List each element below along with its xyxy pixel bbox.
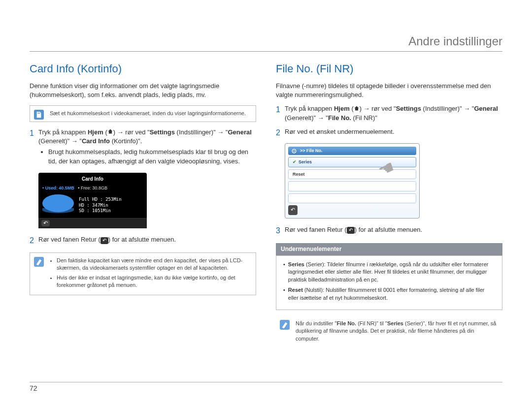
text: (Indstillinger)" → " [421, 105, 474, 112]
step-number: 1 [30, 128, 38, 168]
card-info-intro: Denne funktion viser dig informationer o… [30, 82, 256, 99]
step1-bullet: Brugt hukommelsesplads, ledig hukommelse… [48, 148, 256, 165]
file-no-final-note: Når du indstiller "File No. (Fil NR)" ti… [276, 316, 502, 346]
text-bold: Card Info [82, 137, 110, 145]
right-step-1: 1 Tryk på knappen Hjem () → rør ved "Set… [276, 104, 502, 123]
text: (Generelt)" → " [285, 114, 328, 122]
submenu-definitions: • Series (Serier): Tildeler filnumre i r… [276, 255, 502, 310]
text-bold: Series [387, 320, 403, 326]
left-column: Card Info (Kortinfo) Denne funktion vise… [30, 62, 256, 352]
footer-rule [30, 382, 502, 382]
section-card-info-heading: Card Info (Kortinfo) [30, 62, 256, 77]
pie-chart-icon [42, 194, 74, 216]
right-step-2: 2 Rør ved et ønsket undermenuelement. [276, 127, 502, 138]
home-icon [354, 105, 360, 114]
section-file-no-heading: File No. (Fil NR) [276, 62, 502, 77]
text: Rør ved fanen Retur ( [38, 236, 100, 243]
text-bold: Settings [150, 128, 175, 136]
return-icon: ↶ [288, 205, 298, 215]
text: ) for at afslutte menuen. [108, 236, 176, 243]
svg-rect-2 [39, 113, 40, 114]
page-header: Andre indstillinger [30, 34, 502, 52]
step-number: 1 [276, 104, 285, 123]
text: → rør ved " [364, 105, 396, 112]
text-bold: File No. [328, 114, 351, 122]
home-icon [107, 128, 113, 137]
submenu-header: Undermenuelementer [276, 243, 502, 255]
ci-row-hd: HD : 347Min [79, 203, 122, 209]
ci-free-label: Free: [81, 186, 91, 190]
left-step-2: 2 Rør ved fanen Retur (↶) for at afslutt… [30, 235, 256, 246]
note-bullet-1: Den faktiske kapacitet kan være mindre e… [57, 257, 251, 272]
insert-card-note-text: Sæt et hukommelseskort i videokameraet, … [50, 110, 246, 116]
ci-title: Card Info [38, 176, 147, 184]
def-series-paren: (Serier): [306, 261, 327, 267]
text-bold: Hjem [334, 105, 350, 112]
def-reset-paren: (Nulstil): [304, 287, 326, 293]
check-icon: ✔ [293, 159, 297, 164]
text: (Fil NR)" [351, 114, 377, 122]
text-bold: General [474, 105, 498, 112]
right-column: File No. (Fil NR) Filnavne (-numre) tild… [276, 62, 502, 352]
text-bold: Hjem [88, 128, 103, 136]
card-info-screenshot: Card Info • Used: 40.5MB • Free: 30.8GB … [38, 173, 147, 229]
step-number: 3 [276, 225, 285, 236]
file-no-intro: Filnavne (-numre) tildeles til optagede … [276, 82, 502, 99]
insert-card-note: Sæt et hukommelseskort i videokameraet, … [30, 105, 256, 122]
page-number: 72 [30, 384, 37, 392]
text: ) for at afslutte menuen. [355, 226, 422, 233]
return-icon: ↶ [100, 236, 108, 245]
text: (Fil NR)" til " [356, 320, 387, 326]
fn-path: >> File No. [300, 148, 323, 154]
svg-rect-0 [37, 113, 38, 114]
text-bold: Settings [396, 105, 421, 112]
text-bold: General [228, 128, 251, 136]
fn-option-series: ✔Series [288, 157, 416, 167]
text: Rør ved fanen Retur ( [285, 226, 347, 233]
fn-option-empty [288, 193, 416, 204]
fn-opt1-label: Series [299, 159, 312, 164]
ci-row-sd: SD : 1051Min [79, 208, 122, 214]
ci-used-label: Used: [45, 186, 58, 190]
text: Tryk på knappen [38, 128, 88, 136]
ci-row-fullhd: Full HD : 253Min [79, 197, 122, 203]
ci-used-value: 40.5MB [59, 186, 74, 190]
step-number: 2 [30, 235, 38, 246]
return-icon: ↶ [347, 225, 355, 234]
right-step-3: 3 Rør ved fanen Retur (↶) for at afslutt… [276, 225, 502, 236]
def-series-label: Series [288, 261, 304, 267]
def-reset-label: Reset [288, 287, 303, 293]
text: → rør ved " [117, 128, 150, 136]
left-step-1: 1 Tryk på knappen Hjem () → rør ved "Set… [30, 128, 256, 168]
info-icon [34, 257, 44, 267]
text-bold: File No. [336, 320, 356, 326]
step2-text: Rør ved et ønsket undermenuelement. [285, 127, 502, 138]
gear-icon [291, 148, 297, 154]
file-no-screenshot: >> File No. ✔Series Reset ↶ ☚ [285, 143, 420, 218]
text: Tryk på knappen [285, 105, 334, 112]
note-bullet-2: Hvis der ikke er indsat et lagringsmedie… [57, 274, 251, 289]
step-number: 2 [276, 127, 285, 138]
fn-option-empty [288, 181, 416, 191]
text: (Indstillinger)" → " [175, 128, 228, 136]
ci-free-value: 30.8GB [92, 186, 107, 190]
svg-point-4 [294, 151, 295, 152]
return-icon: ↶ [41, 220, 50, 226]
capacity-note: Den faktiske kapacitet kan være mindre e… [30, 252, 256, 296]
text: (Kortinfo)". [110, 137, 142, 145]
text: Når du indstiller " [296, 320, 336, 326]
memory-card-icon [34, 110, 44, 120]
svg-rect-1 [38, 113, 39, 114]
text: (Generelt)" → " [38, 137, 82, 145]
info-icon [280, 320, 290, 330]
